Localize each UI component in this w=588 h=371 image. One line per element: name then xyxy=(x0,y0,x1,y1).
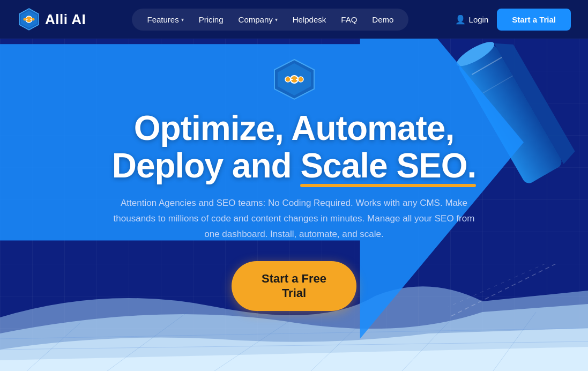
hero-subtitle: Attention Agencies and SEO teams: No Cod… xyxy=(112,196,477,242)
nav-right: 👤 Login Start a Trial xyxy=(455,9,571,31)
nav-helpdesk[interactable]: Helpdesk xyxy=(286,12,333,27)
nav-demo[interactable]: Demo xyxy=(366,12,400,27)
login-button[interactable]: 👤 Login xyxy=(455,14,489,25)
svg-point-4 xyxy=(32,18,35,21)
hero-section: Optimize, Automate, Deploy and Scale SEO… xyxy=(0,39,588,371)
hero-content: Optimize, Automate, Deploy and Scale SEO… xyxy=(112,39,477,311)
svg-point-3 xyxy=(24,18,26,21)
svg-point-25 xyxy=(285,77,291,82)
company-chevron-icon: ▾ xyxy=(275,17,278,23)
nav-features[interactable]: Features ▾ xyxy=(140,12,190,27)
svg-point-26 xyxy=(298,77,303,82)
hero-center-logo-icon xyxy=(270,58,318,101)
logo-text: Alli AI xyxy=(45,11,86,28)
nav-company[interactable]: Company ▾ xyxy=(232,12,284,27)
hero-title-highlight: Scale SEO. xyxy=(300,147,476,184)
nav-faq[interactable]: FAQ xyxy=(334,12,363,27)
user-icon: 👤 xyxy=(455,14,466,25)
navbar: Alli AI Features ▾ Pricing Company ▾ Hel… xyxy=(0,0,588,39)
start-trial-button[interactable]: Start a Trial xyxy=(497,9,571,31)
logo-icon xyxy=(17,8,41,31)
nav-links: Features ▾ Pricing Company ▾ Helpdesk FA… xyxy=(132,9,408,31)
logo[interactable]: Alli AI xyxy=(17,8,86,31)
hero-title: Optimize, Automate, Deploy and Scale SEO… xyxy=(112,109,477,185)
features-chevron-icon: ▾ xyxy=(181,17,184,23)
free-trial-button[interactable]: Start a Free Trial xyxy=(232,261,356,311)
nav-pricing[interactable]: Pricing xyxy=(192,12,230,27)
